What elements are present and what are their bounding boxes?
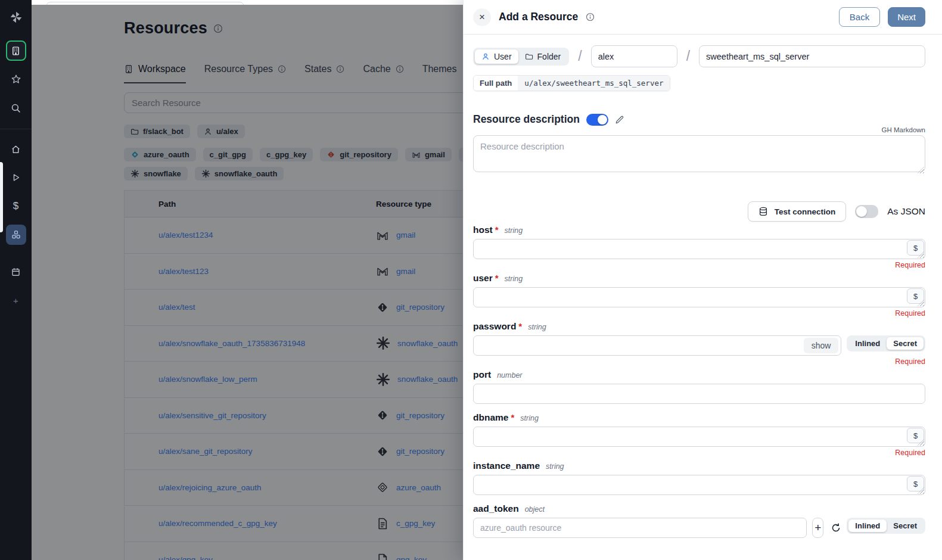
schedules-calendar-icon[interactable] (6, 262, 26, 282)
resource-path-link[interactable]: u/alex/test (158, 303, 376, 312)
table-row[interactable]: u/alex/test git_repository (125, 290, 463, 326)
chip-label: snowflake (144, 169, 181, 178)
owner-kind-folder[interactable]: Folder (518, 49, 568, 64)
variables-dollar-icon[interactable]: $ (6, 196, 26, 216)
tab-cache[interactable]: Cache (363, 64, 403, 83)
table-row[interactable]: u/alex/sane_git_repository git_repositor… (125, 434, 463, 470)
filter-chip-c-git-gpg[interactable]: c_git_gpg (203, 148, 253, 161)
search-icon[interactable] (6, 98, 26, 118)
resource-type-label[interactable]: git_repository (396, 303, 444, 312)
show-password-button[interactable]: show (804, 338, 839, 353)
table-row[interactable]: u/alex/gpg_key gpg_key (125, 542, 463, 560)
chip-label: c_gpg_key (266, 150, 306, 159)
runs-play-icon[interactable] (6, 167, 26, 188)
resource-path-link[interactable]: u/alex/snowflake_low_perm (158, 375, 376, 384)
resource-type-label[interactable]: git_repository (396, 447, 444, 456)
inlined-option[interactable]: Inlined (848, 337, 887, 350)
table-row[interactable]: u/alex/snowflake_low_perm snowflake_oaut… (125, 362, 463, 398)
resource-path-link[interactable]: u/alex/gpg_key (158, 555, 376, 560)
info-icon[interactable] (586, 13, 595, 21)
add-resource-plus-button[interactable]: + (812, 518, 823, 538)
resource-name-input[interactable] (699, 45, 925, 67)
table-row[interactable]: u/alex/test123 gmail (125, 254, 463, 290)
table-row[interactable]: u/alex/test1234 gmail (125, 217, 463, 254)
filter-chip-snowflake[interactable]: snowflake (124, 167, 188, 181)
resource-type-label[interactable]: gmail (396, 231, 415, 239)
description-textarea[interactable] (473, 135, 925, 172)
filter-chip-slack-bot[interactable]: f/slack_bot (124, 125, 190, 138)
variable-picker-button[interactable]: $ (907, 476, 924, 491)
resource-path-link[interactable]: u/alex/sensitive_git_repository (158, 411, 376, 420)
type-filter-row-2: snowflake snowflake_oauth (124, 167, 463, 181)
filter-chip-gmail[interactable]: gmail (405, 148, 452, 161)
search-input[interactable] (124, 92, 463, 113)
filter-chip-c-gpg-key[interactable]: c_gpg_key (260, 148, 313, 161)
tab-resource-types[interactable]: Resource Types (204, 64, 286, 83)
resource-path-link[interactable]: u/alex/recommended_c_gpg_key (158, 519, 376, 528)
port-input[interactable] (473, 384, 925, 404)
inlined-option[interactable]: Inlined (848, 519, 887, 532)
filter-chip-azure-oauth[interactable]: azure_oauth (124, 148, 196, 161)
filter-chip-u-alex[interactable]: u/alex (197, 125, 245, 138)
resource-type-label[interactable]: gmail (396, 267, 415, 276)
instance-name-input[interactable] (473, 475, 925, 495)
user-input[interactable] (473, 287, 925, 307)
snowflake-icon (201, 169, 210, 178)
dbname-input[interactable] (473, 427, 925, 447)
gmail-icon (412, 150, 421, 159)
resource-path-link[interactable]: u/alex/snowflake_oauth_1735836731948 (158, 339, 376, 348)
as-json-toggle[interactable] (855, 205, 878, 218)
resources-cubes-icon[interactable] (6, 225, 26, 245)
table-row[interactable]: u/alex/recommended_c_gpg_key c_gpg_key (125, 506, 463, 542)
field-type: number (497, 371, 522, 379)
home-icon[interactable] (6, 139, 26, 159)
back-button[interactable]: Back (839, 7, 880, 27)
filter-chip-gpg-key[interactable]: gpg_key (459, 148, 463, 161)
tab-states[interactable]: States (304, 64, 344, 83)
resource-path-link[interactable]: u/alex/rejoicing_azure_oauth (158, 483, 376, 492)
variable-picker-button[interactable]: $ (907, 288, 924, 304)
resource-type-label[interactable]: git_repository (396, 411, 444, 420)
path-builder: User Folder / / (473, 45, 925, 67)
resource-path-link[interactable]: u/alex/sane_git_repository (158, 447, 376, 456)
description-toggle[interactable] (586, 114, 608, 126)
filter-chip-snowflake-oauth[interactable]: snowflake_oauth (195, 167, 284, 181)
star-icon[interactable] (6, 69, 26, 89)
owner-kind-user[interactable]: User (475, 49, 518, 64)
resource-type-label[interactable]: gpg_key (396, 555, 427, 560)
tab-themes[interactable]: Themes (422, 64, 457, 83)
password-input[interactable] (473, 335, 841, 356)
owner-input[interactable] (591, 45, 677, 67)
tab-workspace[interactable]: Workspace (124, 64, 186, 83)
workspace-building-icon[interactable] (6, 41, 26, 61)
windmill-logo[interactable] (6, 7, 26, 27)
pencil-icon[interactable] (615, 115, 624, 125)
host-input[interactable] (473, 239, 925, 259)
table-header: Path Resource type (125, 191, 463, 217)
resource-type-label[interactable]: snowflake_oauth (397, 375, 458, 384)
variable-picker-button[interactable]: $ (907, 428, 924, 443)
resource-type-label[interactable]: azure_oauth (396, 483, 441, 492)
resource-path-link[interactable]: u/alex/test123 (158, 267, 376, 276)
tab-label: Themes (422, 64, 457, 74)
refresh-icon[interactable] (831, 518, 841, 538)
secret-option[interactable]: Secret (887, 519, 924, 532)
table-row[interactable]: u/alex/snowflake_oauth_1735836731948 sno… (125, 326, 463, 362)
doc-icon (376, 517, 389, 530)
resource-type-label[interactable]: snowflake_oauth (397, 339, 458, 348)
aad-token-resource-input[interactable] (473, 518, 807, 538)
required-error: Required (473, 449, 925, 458)
resource-type-label[interactable]: c_gpg_key (396, 519, 435, 528)
table-row[interactable]: u/alex/rejoicing_azure_oauth azure_oauth (125, 470, 463, 506)
variable-picker-button[interactable]: $ (907, 240, 924, 256)
secret-option[interactable]: Secret (887, 337, 924, 350)
next-button[interactable]: Next (888, 7, 925, 27)
plus-icon[interactable]: + (6, 290, 26, 310)
filter-chip-git-repository[interactable]: git_repository (320, 148, 398, 161)
resource-path-link[interactable]: u/alex/test1234 (158, 231, 376, 239)
table-row[interactable]: u/alex/sensitive_git_repository git_repo… (125, 398, 463, 434)
test-connection-button[interactable]: Test connection (748, 201, 847, 222)
info-icon[interactable] (213, 24, 223, 33)
gmail-icon (376, 265, 389, 278)
close-icon[interactable]: × (473, 8, 491, 26)
